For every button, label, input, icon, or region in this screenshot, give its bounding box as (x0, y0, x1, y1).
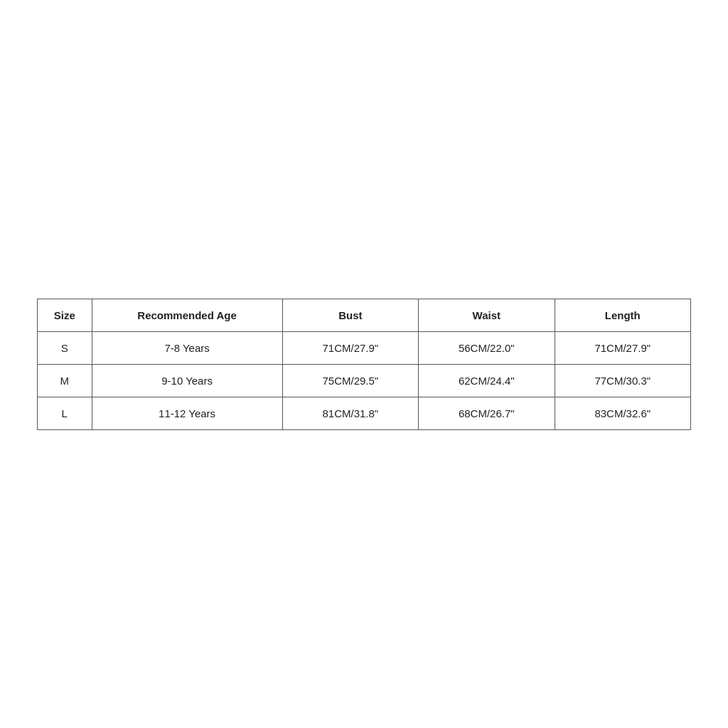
cell-size: M (38, 364, 92, 397)
cell-bust: 71CM/27.9" (282, 331, 418, 364)
header-waist: Waist (419, 299, 555, 331)
cell-size: S (38, 331, 92, 364)
header-length: Length (555, 299, 690, 331)
table-row: S7-8 Years71CM/27.9"56CM/22.0"71CM/27.9" (38, 331, 691, 364)
cell-recommended-age: 11-12 Years (92, 397, 282, 429)
cell-bust: 81CM/31.8" (282, 397, 418, 429)
cell-bust: 75CM/29.5" (282, 364, 418, 397)
size-chart-container: Size Recommended Age Bust Waist Length S… (37, 299, 691, 430)
table-header-row: Size Recommended Age Bust Waist Length (38, 299, 691, 331)
cell-length: 77CM/30.3" (555, 364, 690, 397)
header-recommended-age: Recommended Age (92, 299, 282, 331)
header-bust: Bust (282, 299, 418, 331)
cell-size: L (38, 397, 92, 429)
size-chart-table: Size Recommended Age Bust Waist Length S… (37, 299, 691, 430)
table-row: M9-10 Years75CM/29.5"62CM/24.4"77CM/30.3… (38, 364, 691, 397)
table-row: L11-12 Years81CM/31.8"68CM/26.7"83CM/32.… (38, 397, 691, 429)
cell-waist: 62CM/24.4" (419, 364, 555, 397)
header-size: Size (38, 299, 92, 331)
cell-waist: 68CM/26.7" (419, 397, 555, 429)
cell-waist: 56CM/22.0" (419, 331, 555, 364)
cell-length: 71CM/27.9" (555, 331, 690, 364)
cell-recommended-age: 7-8 Years (92, 331, 282, 364)
cell-recommended-age: 9-10 Years (92, 364, 282, 397)
cell-length: 83CM/32.6" (555, 397, 690, 429)
